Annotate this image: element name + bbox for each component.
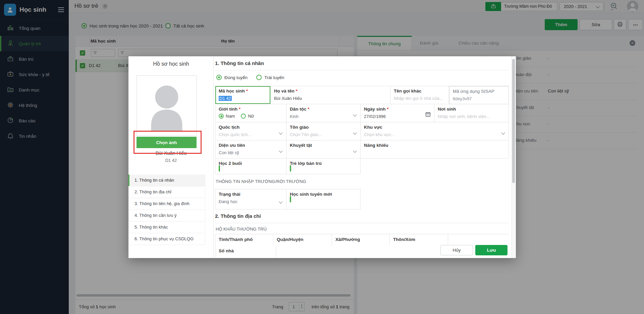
save-button[interactable]: Lưu <box>475 245 507 255</box>
hoc-sinh-tuyen-moi-checkbox[interactable] <box>290 196 291 202</box>
field-so-nha[interactable]: Số nhà <box>215 246 276 257</box>
section-divider <box>215 223 508 223</box>
field-quan-huyen[interactable]: Quận/Huyện <box>273 234 332 246</box>
radio-nu[interactable]: Nữ <box>241 114 254 119</box>
personal-info-grid: Mã học sinh D1 42 Họ và tên Bùi Xuân Hiế… <box>215 86 509 174</box>
field-ton-giao[interactable]: Tôn giáo Chọn Tôn giáo... <box>286 122 361 140</box>
modal-title: Hồ sơ học sinh <box>128 61 214 67</box>
field-noi-sinh[interactable]: Nơi sinh Nhập nơi sinh, bệnh viện... <box>434 104 509 122</box>
modal-section-nav: 1. Thông tin cá nhân 2. Thông tin địa ch… <box>128 175 205 245</box>
cancel-button[interactable]: Hủy <box>440 245 473 255</box>
calendar-icon[interactable] <box>425 112 431 118</box>
student-profile-modal: Hồ sơ học sinh Chọn ảnh Bùi Xuân Hiếu D1… <box>128 56 516 258</box>
field-ma-hoc-sinh[interactable]: Mã học sinh D1 42 <box>215 86 271 104</box>
field-ten-goi-khac[interactable]: Tên gọi khác Nhập tên gọi ở nhà của... <box>390 86 449 104</box>
nav-item-thong-tin-khac[interactable]: 5. Thông tin khác <box>128 221 205 233</box>
field-xa-phuong[interactable]: Xã/Phường <box>332 234 390 246</box>
field-khuyet-tat[interactable]: Khuyết tật <box>286 140 361 159</box>
nav-item-thong-tin-ca-nhan[interactable]: 1. Thông tin cá nhân <box>128 175 205 186</box>
modal-scrollbar-track[interactable] <box>511 56 516 258</box>
field-nang-khieu[interactable]: Năng khiếu <box>361 140 509 159</box>
field-gioi-tinh: Giới tính Nam Nữ <box>215 104 286 122</box>
nav-item-lien-he-gia-dinh[interactable]: 3. Thông tin liên hệ, gia đình <box>128 198 205 209</box>
radio-dung-tuyen[interactable]: Đúng tuyển <box>216 75 248 80</box>
subsection-title-ho-khau: HỘ KHẨU THƯỜNG TRÚ <box>216 227 267 232</box>
field-khu-vuc[interactable]: Khu vực Chọn khu vực... <box>361 122 509 140</box>
tre-lop-ban-tru-checkbox[interactable] <box>290 165 291 172</box>
chevron-down-icon <box>353 149 357 152</box>
field-trang-thai[interactable]: Trạng thái Đang học <box>215 189 286 209</box>
radio-selected-icon <box>219 114 224 119</box>
nav-item-can-luu-y[interactable]: 4. Thông tin cần lưu ý <box>128 209 205 221</box>
field-dien-uu-tien[interactable]: Diện ưu tiên Con liệt sỹ <box>215 140 286 159</box>
hoc-2-buoi-checkbox[interactable] <box>219 165 220 172</box>
field-quoc-tich[interactable]: Quốc tịch Chọn quốc tịch... <box>215 122 286 140</box>
school-entry-grid: Trạng thái Đang học Học sinh tuyển mới <box>215 189 361 209</box>
modal-left-column: Hồ sơ học sinh Chọn ảnh Bùi Xuân Hiếu D1… <box>128 56 214 258</box>
selected-text: D1 42 <box>219 96 232 101</box>
radio-trai-tuyen[interactable]: Trái tuyến <box>256 75 284 80</box>
field-hoc-sinh-tuyen-moi: Học sinh tuyển mới <box>286 189 361 209</box>
modal-student-name: Bùi Xuân Hiếu <box>128 150 214 156</box>
app-window: Học sinh Tổng quan Quản lý trẻ Bán trú S… <box>0 0 644 314</box>
field-tinh-thanh-pho[interactable]: Tỉnh/Thành phố <box>215 234 273 246</box>
field-tre-lop-ban-tru: Trẻ lớp bán trú <box>286 159 361 174</box>
radio-unselected-icon <box>256 75 262 80</box>
field-ma-sisap[interactable]: Mã ứng dụng SISAP 6dey3v97 <box>449 86 509 104</box>
section-title-address: 2. Thông tin địa chỉ <box>215 213 261 219</box>
modal-student-code: D1 42 <box>128 158 214 163</box>
modal-scrollbar-thumb[interactable] <box>512 59 515 183</box>
field-ho-va-ten[interactable]: Họ và tên Bùi Xuân Hiếu <box>271 86 390 104</box>
student-photo-placeholder <box>137 75 197 136</box>
radio-nam[interactable]: Nam <box>219 114 235 119</box>
field-hoc-2-buoi: Học 2 buổi <box>215 159 286 174</box>
nav-item-csdlqg[interactable]: 6. Thông tin phục vụ CSDLQG <box>128 233 205 245</box>
nav-item-thong-tin-dia-chi[interactable]: 2. Thông tin địa chỉ <box>128 186 205 198</box>
section-title-school-entry: THÔNG TIN NHẬP TRƯỜNG/RỜI TRƯỜNG <box>216 179 306 184</box>
section-title-personal: 1. Thông tin cá nhân <box>215 60 264 66</box>
field-dan-toc[interactable]: Dân tộc Kinh <box>286 104 361 122</box>
field-ngay-sinh[interactable]: Ngày sinh 27/02/1996 <box>361 104 434 122</box>
enrollment-radio-group: Đúng tuyển Trái tuyến <box>216 75 284 80</box>
field-thon-xom[interactable]: Thôn/Xóm <box>390 234 448 246</box>
modal-form: 1. Thông tin cá nhân Đúng tuyển Trái tuy… <box>215 56 508 258</box>
radio-selected-icon <box>216 75 222 80</box>
section-divider <box>215 70 508 70</box>
radio-unselected-icon <box>241 114 246 119</box>
choose-photo-button[interactable]: Chọn ảnh <box>137 137 197 148</box>
